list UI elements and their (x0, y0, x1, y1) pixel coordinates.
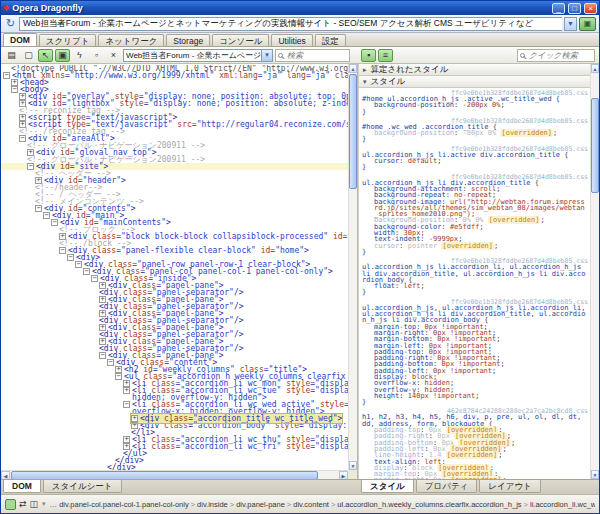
expander-expanded-icon[interactable]: − (99, 352, 106, 359)
expander-expanded-icon[interactable]: − (83, 268, 90, 275)
overridden-badge: [overridden] (446, 451, 499, 459)
scroll-up-arrow[interactable]: ▲ (349, 64, 357, 73)
clear-icon[interactable]: × (106, 49, 121, 62)
panels-icon[interactable]: ▢ (21, 49, 36, 62)
dom-tree-node[interactable]: +<head> (1, 79, 348, 86)
spotlight-window-icon[interactable]: ▫ (89, 49, 104, 62)
bottom-tab-スタイル[interactable]: スタイル (361, 480, 414, 493)
scroll-thumb[interactable] (349, 74, 357, 189)
expander-expanded-icon[interactable]: − (91, 275, 98, 282)
styles-header[interactable]: ▾ スタイル (359, 76, 599, 88)
dom-search-input[interactable] (285, 50, 347, 61)
css-rule-close: } (362, 399, 588, 405)
dom-tree: <!doctype PUBLIC "-//W3C//DTD XHTML 1.0 … (1, 65, 348, 470)
expander-expanded-icon[interactable]: − (35, 205, 42, 212)
dom-tree-node[interactable]: +<div class="accordion_body" style="disp… (1, 422, 348, 429)
status-icons: ⇄◫ (5, 499, 38, 510)
bottom-tab-strip: DOMスタイルシート スタイルプロパティレイアウト (1, 479, 599, 494)
document-select-value: Web担当者Forum - 企業ホームページとネットマーケ (126, 50, 261, 61)
css-rule-close: } (362, 109, 588, 115)
tab-Storage[interactable]: Storage (166, 34, 210, 46)
tab-Utilities[interactable]: Utilities (271, 34, 312, 46)
swap-arrows-icon[interactable]: ⇄ (19, 499, 27, 509)
expander-expanded-icon[interactable]: − (27, 163, 34, 170)
bottom-tab-DOM[interactable]: DOM (3, 480, 41, 493)
minimize-button[interactable]: _ (552, 3, 565, 14)
bottom-tab-プロパティ[interactable]: プロパティ (416, 480, 478, 493)
breadcrumb-segment[interactable]: div.content (293, 500, 329, 509)
close-button[interactable]: × (584, 3, 597, 14)
expander-expanded-icon[interactable]: − (51, 219, 58, 226)
breadcrumb-segment[interactable]: ul.accordion_h.weekly_columns.clearfix.a… (337, 500, 521, 509)
styles-vertical-scrollbar[interactable]: ▲ ▼ (590, 64, 599, 479)
styles-panel: ▸ 算定されたスタイル ▾ スタイル ffc9e0be1b328fddbe268… (359, 64, 599, 479)
search-icon (520, 53, 525, 58)
dom-panel: <!doctype PUBLIC "-//W3C//DTD XHTML 1.0 … (1, 64, 357, 479)
expander-expanded-icon[interactable]: − (3, 72, 10, 79)
element-marker-green-icon[interactable] (5, 499, 16, 510)
dom-horizontal-scrollbar[interactable]: ◀ ▶ (1, 470, 348, 479)
expander-expanded-icon[interactable]: − (19, 135, 26, 142)
style-rules: ffc9e0be1b328fddbe2687d4d8beb85.css#home… (359, 88, 599, 479)
computed-toggle-icon[interactable]: ▪ (361, 49, 376, 62)
dom-toolbar: ▤▢↖▣ϟ▫× Web担当者Forum - 企業ホームページとネットマーケ ▼ (1, 49, 357, 62)
quick-search-input[interactable] (527, 50, 592, 61)
event-lightning-icon[interactable]: ϟ (72, 49, 87, 62)
dom-tree-node[interactable]: −<div id="mainContents"> (1, 219, 348, 226)
tab-設定[interactable]: 設定 (315, 34, 346, 46)
restore-button[interactable]: □ (568, 3, 581, 14)
highlight-window-icon[interactable]: ▣ (55, 49, 70, 62)
dom-tree-node[interactable]: </ul> (1, 450, 348, 457)
css-rule: ffc9e0be1b328fddbe2687d4d8beb85.cssul.ac… (362, 174, 588, 256)
tab-ネットワーク[interactable]: ネットワーク (98, 34, 164, 46)
breadcrumb-segment[interactable]: div.inside (197, 500, 228, 509)
breadcrumb-separator: > (189, 500, 197, 509)
dom-tree-node[interactable]: −<div class="panel-flexible clear-block"… (1, 247, 348, 254)
bottom-tab-スタイルシート[interactable]: スタイルシート (43, 480, 122, 493)
expander-expanded-icon[interactable]: − (11, 86, 18, 93)
reload-icon[interactable]: ↻ (4, 18, 17, 29)
breadcrumb-separator: > (522, 500, 530, 509)
css-rule: ffc9e0be1b328fddbe2687d4d8beb85.cssul.ac… (362, 258, 588, 295)
scroll-thumb[interactable] (591, 98, 599, 193)
computed-styles-header[interactable]: ▸ 算定されたスタイル (359, 64, 599, 76)
document-select[interactable]: Web担当者Forum - 企業ホームページとネットマーケ ▼ (123, 49, 273, 62)
dom-tree-node[interactable]: +<div class="block block-block collapsib… (1, 233, 348, 240)
expander-expanded-icon[interactable]: − (59, 247, 66, 254)
tab-スクリプト[interactable]: スクリプト (39, 34, 97, 46)
toolbar: ▤▢↖▣ϟ▫× Web担当者Forum - 企業ホームページとネットマーケ ▼ … (1, 47, 599, 64)
tab-DOM[interactable]: DOM (3, 33, 37, 46)
expander-expanded-icon[interactable]: − (107, 359, 114, 366)
breadcrumb-segment[interactable]: div.panel-pane (236, 500, 285, 509)
expander-expanded-icon[interactable]: − (75, 261, 82, 268)
scroll-right-arrow[interactable]: ▶ (339, 471, 348, 479)
dom-vertical-scrollbar[interactable]: ▲ ▼ (348, 64, 357, 470)
document-title-field[interactable] (19, 17, 562, 31)
dom-tree-node[interactable]: −<html xmlns="http://www.w3.org/1999/xht… (1, 72, 348, 79)
dom-tree-node[interactable]: </div> (1, 457, 348, 464)
scroll-thumb[interactable] (11, 471, 318, 479)
scroll-down-arrow[interactable]: ▼ (591, 470, 599, 479)
breadcrumb-segment[interactable]: li.accordion_li.wc_wed.active (530, 500, 595, 509)
document-dropdown-arrow[interactable]: ▼ (564, 17, 577, 31)
tab-コンソール[interactable]: コンソール (212, 34, 269, 46)
expander-expanded-icon[interactable]: − (115, 373, 122, 380)
quick-search (517, 49, 595, 62)
dom-tree-icon[interactable]: ▤ (4, 49, 19, 62)
scroll-up-arrow[interactable]: ▲ (591, 64, 599, 73)
pick-element-icon[interactable]: ↖ (38, 49, 53, 62)
scroll-left-arrow[interactable]: ◀ (1, 471, 10, 479)
chevron-down-icon[interactable]: ▾ (42, 499, 46, 509)
dom-tree-node[interactable]: +<li class="accordion_li wc_fri" style="… (1, 443, 348, 450)
bottom-tab-レイアウト[interactable]: レイアウト (479, 480, 541, 493)
expander-expanded-icon[interactable]: − (43, 212, 50, 219)
scroll-down-arrow[interactable]: ▼ (349, 461, 357, 470)
css-property: background-image: url("http://webtan.for… (362, 199, 588, 218)
breadcrumb-segment[interactable]: div.panel-col.panel-col-1.panel-col-only (59, 500, 189, 509)
detach-window-button[interactable]: ▣ (579, 17, 596, 31)
expander-expanded-icon[interactable]: − (67, 254, 74, 261)
collapsed-triangle-icon: ▸ (363, 64, 367, 75)
list-sections-icon[interactable]: ≡ (378, 49, 393, 62)
dom-toolbar-buttons: ▤▢↖▣ϟ▫× (4, 49, 121, 62)
search-window-icon[interactable]: ◫ (30, 499, 39, 509)
